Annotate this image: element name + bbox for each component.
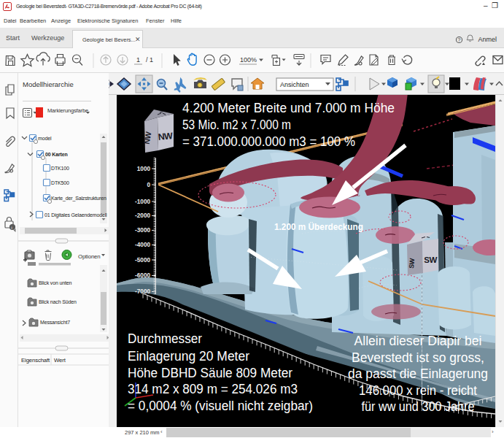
svg-text:-3000: -3000 <box>135 227 150 234</box>
svg-text:-4000: -4000 <box>135 242 150 248</box>
svg-text:NW: NW <box>158 131 174 142</box>
svg-text:Durchmesser: Durchmesser <box>128 331 202 346</box>
svg-text:für ww und 300 Jahre: für ww und 300 Jahre <box>362 399 475 414</box>
svg-text:1: 1 <box>136 56 140 64</box>
svg-text:Ansichten: Ansichten <box>280 81 309 88</box>
svg-text:Allein dieser Diapir bei: Allein dieser Diapir bei <box>354 334 482 348</box>
svg-text:314 m2 x 809 m = 254.026 m3: 314 m2 x 809 m = 254.026 m3 <box>128 382 298 396</box>
svg-text:= 0,0004 % (visuell nicht zeig: = 0,0004 % (visuell nicht zeigbar) <box>128 399 313 413</box>
svg-text:-1000: -1000 <box>135 199 150 205</box>
svg-text:100%: 100% <box>240 56 257 64</box>
svg-text:/ 1: / 1 <box>146 56 153 64</box>
svg-text:-7000: -7000 <box>135 288 150 295</box>
svg-text:-2000: -2000 <box>135 212 150 219</box>
svg-text:Einlagerung 20 Meter: Einlagerung 20 Meter <box>128 349 249 364</box>
svg-text:146.000 x rein - reicht: 146.000 x rein - reicht <box>359 383 477 398</box>
svg-text:i: i <box>12 226 12 230</box>
svg-text:da passt die Einlagerung: da passt die Einlagerung <box>348 366 488 381</box>
svg-text:4.200 Meter Breite und 7.000 m: 4.200 Meter Breite und 7.000 m Höhe <box>182 101 395 115</box>
svg-text:SW: SW <box>408 258 416 269</box>
svg-text:53 Mio. m2 x 7.000 m: 53 Mio. m2 x 7.000 m <box>182 118 291 132</box>
svg-text:0: 0 <box>147 182 150 188</box>
svg-text:1.200 m Überdeckung: 1.200 m Überdeckung <box>274 221 363 232</box>
svg-text:Höhe DBHD Säule 809 Meter: Höhe DBHD Säule 809 Meter <box>128 366 292 380</box>
svg-text:1000: 1000 <box>137 166 151 172</box>
svg-text:Beverstedt ist so gross,: Beverstedt ist so gross, <box>352 350 484 365</box>
svg-text:= 371.000.000.000 m3 = 100 %: = 371.000.000.000 m3 = 100 % <box>182 134 355 149</box>
svg-text:-6000: -6000 <box>135 272 150 279</box>
svg-text:-5000: -5000 <box>135 257 150 264</box>
svg-text:SW: SW <box>424 256 437 264</box>
